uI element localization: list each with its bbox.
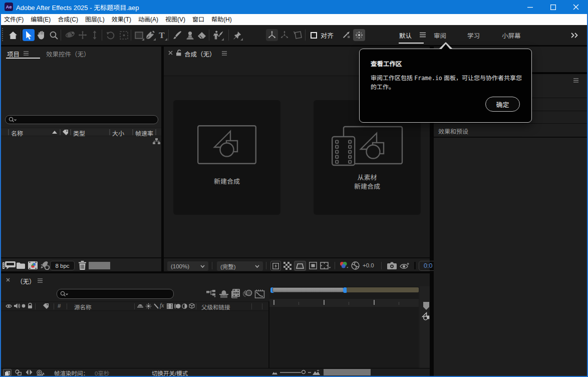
menu-view[interactable]: 视图(V) <box>162 14 189 25</box>
brush-tool-button[interactable] <box>171 29 183 41</box>
zoom-in-mountain-icon[interactable] <box>313 370 320 375</box>
quality-icon[interactable] <box>154 303 159 309</box>
tab-timeline[interactable]: （无） <box>17 276 36 286</box>
world-axis-mode-button[interactable] <box>278 29 290 41</box>
frame-blend-switch-icon[interactable] <box>167 303 173 309</box>
render-engine-icon[interactable] <box>40 261 51 270</box>
menu-window[interactable]: 窗口 <box>189 14 208 25</box>
workspace-menu-button[interactable] <box>419 32 426 38</box>
timeline-ruler-divider[interactable] <box>268 301 269 368</box>
home-button[interactable] <box>7 29 19 41</box>
new-folder-icon[interactable] <box>17 262 25 269</box>
render-time-pane-icon[interactable] <box>36 369 45 375</box>
graph-editor-icon[interactable] <box>254 289 265 298</box>
eraser-tool-button[interactable] <box>196 29 208 41</box>
sort-ascending-icon[interactable] <box>52 131 57 134</box>
motion-blur-switch-icon[interactable] <box>174 303 181 309</box>
snap-edge-button[interactable] <box>340 29 352 41</box>
panel-menu-icon[interactable] <box>23 51 29 56</box>
transfer-controls-icon[interactable] <box>15 369 22 375</box>
panel-menu-icon[interactable] <box>37 278 43 283</box>
delete-icon[interactable] <box>79 261 86 270</box>
zoom-tool-button[interactable] <box>48 29 60 41</box>
transparency-grid-icon[interactable] <box>283 262 291 270</box>
menu-composition[interactable]: 合成(C) <box>54 14 82 25</box>
type-tool-button[interactable]: T <box>156 29 168 41</box>
workspace-tab-review[interactable]: 审阅 <box>434 29 446 42</box>
frame-blending-icon[interactable] <box>231 289 240 298</box>
workspace-overflow-button[interactable] <box>570 33 578 38</box>
clone-stamp-tool-button[interactable] <box>184 29 196 41</box>
close-button[interactable] <box>564 0 587 14</box>
magnification-dropdown[interactable]: (100%) <box>167 261 208 271</box>
roto-brush-tool-button[interactable] <box>212 29 224 41</box>
project-flowchart-icon[interactable] <box>153 138 160 145</box>
timeline-zoom-slider[interactable] <box>280 372 301 373</box>
exposure-value[interactable]: +0.0 <box>363 262 374 268</box>
puppet-pin-tool-button[interactable] <box>231 29 243 41</box>
motion-blur-icon[interactable] <box>243 289 252 298</box>
panel-menu-icon[interactable] <box>221 51 227 56</box>
label-column-icon[interactable] <box>62 129 69 136</box>
close-tab-icon[interactable] <box>168 51 173 55</box>
draft-3d-icon[interactable] <box>219 289 228 298</box>
column-parent-link[interactable]: 父级和链接 <box>201 303 230 311</box>
resolution-dropdown[interactable]: (完整) <box>217 261 263 271</box>
comp-marker-bin-icon[interactable] <box>423 302 429 310</box>
close-tab-icon[interactable] <box>6 278 10 282</box>
column-size[interactable]: 大小 <box>112 129 124 137</box>
minimize-button[interactable] <box>518 0 541 14</box>
menu-help[interactable]: 帮助(H) <box>208 14 235 25</box>
pen-tool-button[interactable] <box>144 29 156 41</box>
menu-edit[interactable]: 编辑(E) <box>27 14 54 25</box>
shy-icon[interactable] <box>137 303 143 309</box>
pan-camera-tool-button[interactable] <box>77 29 89 41</box>
lock-icon[interactable] <box>28 303 33 309</box>
orbit-camera-tool-button[interactable] <box>64 29 76 41</box>
label-tag-icon[interactable] <box>43 303 49 309</box>
dolly-camera-tool-button[interactable] <box>89 29 101 41</box>
interpret-footage-icon[interactable] <box>3 261 16 269</box>
collapse-icon[interactable] <box>145 303 152 309</box>
popup-ok-button[interactable]: 确定 <box>485 97 520 112</box>
channels-icon[interactable] <box>339 261 349 270</box>
project-search-input[interactable] <box>5 115 158 124</box>
comp-button-icon[interactable] <box>421 312 430 321</box>
maximize-button[interactable] <box>541 0 564 14</box>
panel-menu-icon[interactable] <box>573 78 579 83</box>
rotate-tool-button[interactable] <box>105 29 117 41</box>
pan-behind-tool-button[interactable] <box>118 29 130 41</box>
menu-layer[interactable]: 图层(L) <box>82 14 108 25</box>
selection-tool-button[interactable] <box>23 29 35 41</box>
adjustment-layer-icon[interactable] <box>182 303 187 309</box>
tab-effect-controls[interactable]: 效果控件（无） <box>46 49 90 59</box>
menu-file[interactable]: 文件(F) <box>1 14 27 25</box>
show-snapshot-icon[interactable] <box>400 262 410 270</box>
column-number[interactable]: # <box>58 303 61 309</box>
workspace-tab-default[interactable]: 默认 <box>399 29 412 42</box>
three-d-icon[interactable] <box>189 303 195 309</box>
view-axis-mode-button[interactable] <box>291 29 304 41</box>
video-eye-icon[interactable] <box>6 304 12 308</box>
workspace-tab-small-screen[interactable]: 小屏幕 <box>502 29 521 42</box>
toolbar-drag-handle[interactable] <box>2 28 5 42</box>
snap-checkbox[interactable] <box>311 32 317 39</box>
in-out-panes-icon[interactable] <box>26 369 33 375</box>
column-framerate[interactable]: 帧速率 <box>135 129 153 137</box>
hand-tool-button[interactable] <box>35 29 47 41</box>
new-composition-icon[interactable] <box>28 261 38 269</box>
new-composition-card[interactable]: 新建合成 <box>173 100 280 215</box>
solo-icon[interactable] <box>22 304 26 308</box>
column-source-name[interactable]: 源名称 <box>74 303 92 311</box>
comp-flowchart-icon[interactable] <box>206 290 217 298</box>
region-of-interest-icon[interactable] <box>309 262 317 269</box>
rectangle-tool-button[interactable] <box>133 29 145 41</box>
menu-animation[interactable]: 动画(A) <box>135 14 162 25</box>
timeline-zoom-knob[interactable] <box>302 370 306 374</box>
unlock-icon[interactable] <box>176 50 182 56</box>
color-depth-button[interactable]: 8 bpc <box>50 261 75 270</box>
guides-options-icon[interactable] <box>320 262 331 270</box>
tab-composition[interactable]: 合成（无） <box>184 49 216 59</box>
exposure-icon[interactable] <box>351 261 360 270</box>
workspace-tab-learn[interactable]: 学习 <box>467 29 480 42</box>
